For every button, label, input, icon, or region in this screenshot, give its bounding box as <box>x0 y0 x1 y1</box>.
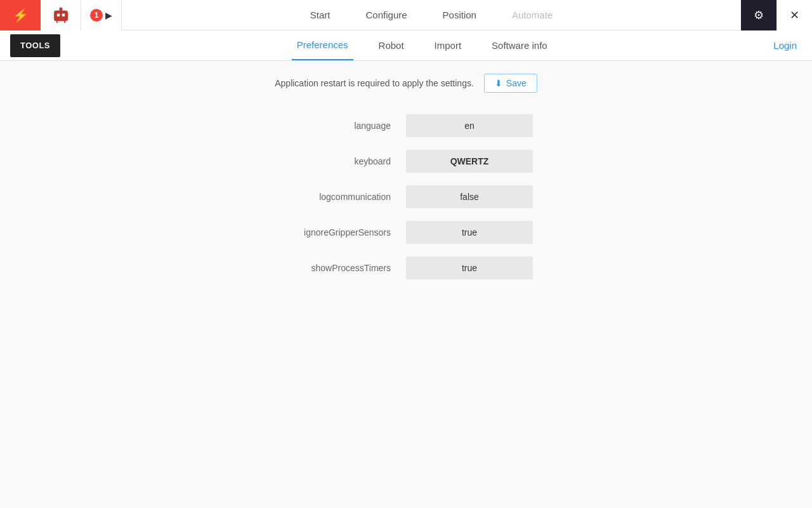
showprocesstimers-label: showProcessTimers <box>279 263 406 273</box>
ignoregrippersensors-label: ignoreGripperSensors <box>279 227 406 237</box>
settings-row-showprocesstimers: showProcessTimers true <box>0 250 812 286</box>
ignoregrippersensors-value[interactable]: true <box>406 221 533 244</box>
svg-rect-1 <box>56 13 59 16</box>
keyboard-value[interactable]: QWERTZ <box>406 150 533 173</box>
top-nav-center: Start Configure Position Automate <box>122 0 741 30</box>
save-icon: ⬇ <box>495 78 502 88</box>
settings-row-ignoregrippersensors: ignoreGripperSensors true <box>0 215 812 250</box>
main-content: Application restart is required to apply… <box>0 61 812 508</box>
close-icon: ✕ <box>790 8 799 22</box>
badge-button[interactable]: 1 ▶ <box>81 0 122 30</box>
tab-preferences[interactable]: Preferences <box>292 30 353 60</box>
second-nav-bar: TOOLS Preferences Robot Import Software … <box>0 30 812 61</box>
settings-row-logcommunication: logcommunication false <box>0 179 812 215</box>
arrow-right-icon: ▶ <box>105 10 112 20</box>
tab-software-info[interactable]: Software info <box>487 30 553 60</box>
logcommunication-label: logcommunication <box>279 192 406 202</box>
close-button[interactable]: ✕ <box>776 0 812 30</box>
save-button[interactable]: ⬇ Save <box>484 74 537 93</box>
login-button[interactable]: Login <box>773 40 797 51</box>
top-nav-right: ⚙ ✕ <box>741 0 812 30</box>
nav-automate: Automate <box>507 0 558 30</box>
tab-robot[interactable]: Robot <box>374 30 409 60</box>
tab-import[interactable]: Import <box>429 30 467 60</box>
showprocesstimers-value[interactable]: true <box>406 257 533 279</box>
second-nav-right: Login <box>773 40 812 51</box>
robot-logo-icon <box>52 6 70 24</box>
keyboard-label: keyboard <box>279 156 406 166</box>
robot-logo-button[interactable] <box>41 0 81 30</box>
svg-rect-4 <box>60 7 62 10</box>
top-nav-left: ⚡ 1 ▶ <box>0 0 122 30</box>
pulse-button[interactable]: ⚡ <box>0 0 41 30</box>
settings-container: language en keyboard QWERTZ logcommunica… <box>0 103 812 291</box>
settings-button[interactable]: ⚙ <box>741 0 776 30</box>
nav-configure[interactable]: Configure <box>361 0 412 30</box>
sliders-icon: ⚙ <box>754 8 764 22</box>
nav-position[interactable]: Position <box>438 0 481 30</box>
logcommunication-value[interactable]: false <box>406 185 533 208</box>
second-nav-tabs: Preferences Robot Import Software info <box>70 30 773 60</box>
tools-button[interactable]: TOOLS <box>10 34 60 57</box>
svg-rect-2 <box>62 13 64 16</box>
notification-text: Application restart is required to apply… <box>275 78 474 88</box>
language-label: language <box>279 121 406 131</box>
top-nav-bar: ⚡ 1 ▶ Start Configure Position Automate … <box>0 0 812 30</box>
pulse-icon: ⚡ <box>13 8 29 23</box>
settings-row-keyboard: keyboard QWERTZ <box>0 144 812 179</box>
nav-start[interactable]: Start <box>305 0 336 30</box>
notification-bar: Application restart is required to apply… <box>0 61 812 103</box>
badge-count: 1 <box>90 9 103 22</box>
save-label: Save <box>506 78 527 88</box>
svg-rect-0 <box>54 11 67 21</box>
language-value[interactable]: en <box>406 114 533 137</box>
settings-row-language: language en <box>0 108 812 144</box>
